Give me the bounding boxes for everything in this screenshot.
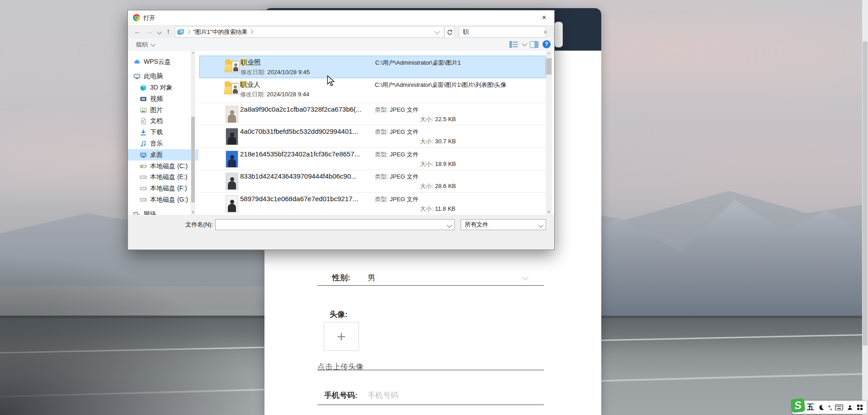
command-bar: 组织 ? <box>128 38 554 52</box>
sidebar-item-label: 桌面 <box>150 151 163 159</box>
forward-button[interactable]: → <box>144 27 154 37</box>
back-button[interactable]: ← <box>132 27 142 37</box>
file-row-jpeg[interactable]: 58979d43c1e068da67e7ed01bc9217... 类型: JP… <box>199 192 546 215</box>
file-name: 218e164535bf223402a1fcf36c7e8657... <box>240 150 360 158</box>
pictures-icon <box>140 107 147 114</box>
sidebar-item-disk-c[interactable]: 本地磁盘 (C:) <box>128 160 198 172</box>
phone-underline <box>317 405 544 405</box>
file-row-jpeg[interactable]: 2a8a9f90c0a2c1cfba07328f2ca673b6(... 类型:… <box>199 103 546 125</box>
ime-toolbar[interactable]: S 五 °, <box>792 401 867 414</box>
refresh-button[interactable] <box>444 26 454 38</box>
file-row-jpeg[interactable]: 833b1d4242436439709444f4b06c90... 类型: JP… <box>199 170 546 193</box>
breadcrumb-arrow-icon[interactable] <box>249 30 254 34</box>
punctuation-icon[interactable]: °, <box>828 404 831 411</box>
type-value: JPEG 文件 <box>390 151 419 158</box>
sidebar-item-label: 本地磁盘 (G:) <box>150 196 188 204</box>
browser-scrollbar-thumb[interactable] <box>863 42 868 345</box>
file-list-scrollbar-thumb[interactable] <box>546 58 552 75</box>
dialog-title: 打开 <box>143 14 155 22</box>
3d-objects-icon <box>140 84 147 91</box>
up-button[interactable]: ↑ <box>163 27 173 37</box>
sidebar-item-disk-g[interactable]: 本地磁盘 (G:) <box>128 194 198 206</box>
file-row-jpeg[interactable]: 4a0c70b31fbefd5bc532dd902994401... 类型: J… <box>199 125 546 148</box>
sidebar-scrollbar-thumb[interactable] <box>191 117 195 203</box>
size-value: 18.9 KB <box>435 160 456 167</box>
search-box[interactable]: × <box>459 26 546 38</box>
dialog-titlebar[interactable]: 打开 × <box>128 10 554 25</box>
size-label: 大小: <box>420 183 434 189</box>
search-clear-icon[interactable]: × <box>543 28 547 36</box>
gender-value[interactable]: 男 <box>368 273 375 283</box>
size-label: 大小: <box>420 205 434 212</box>
help-button[interactable]: ? <box>542 40 551 48</box>
open-file-dialog: 打开 × ← → ↑ "图片1"中的搜索结果 × <box>127 10 555 250</box>
close-button[interactable]: × <box>534 11 554 24</box>
browser-scrollbar[interactable] <box>862 0 868 415</box>
sidebar-item-network[interactable]: 网络 <box>128 208 198 215</box>
sidebar-item-disk-e[interactable]: 本地磁盘 (E:) <box>128 172 198 183</box>
address-dropdown-icon[interactable] <box>434 28 440 34</box>
sidebar-item-3d-objects[interactable]: 3D 对象 <box>128 82 198 94</box>
gender-dropdown-icon[interactable] <box>522 274 528 280</box>
toolbox-icon[interactable] <box>857 404 863 410</box>
filetype-select[interactable]: 所有文件 <box>461 219 546 230</box>
type-label: 类型: <box>375 128 388 135</box>
filename-input[interactable] <box>216 220 441 231</box>
file-row-jpeg[interactable]: 218e164535bf223402a1fcf36c7e8657... 类型: … <box>199 147 546 170</box>
file-thumbnail <box>226 106 238 123</box>
type-value: JPEG 文件 <box>390 173 419 180</box>
preview-pane-icon[interactable] <box>530 41 538 48</box>
filetype-dropdown-icon <box>538 222 543 227</box>
file-thumbnail <box>226 128 238 145</box>
file-path: C:\用户\Administrator\桌面\图片1\图片\列表图\头像 <box>375 81 506 89</box>
avatar-upload-hint[interactable]: 点击上传头像 <box>317 362 363 372</box>
address-bar[interactable]: "图片1"中的搜索结果 <box>175 26 444 38</box>
sidebar-item-wps-cloud[interactable]: WPS云盘 <box>128 57 198 68</box>
ime-wubi-mode[interactable]: 五 <box>807 403 814 412</box>
history-dropdown-icon[interactable] <box>157 29 162 34</box>
size-value: 11.8 KB <box>435 205 455 212</box>
scroll-up-icon[interactable]: ^ <box>191 51 195 57</box>
file-row-zhiyeren[interactable]: 职业人 C:\用户\Administrator\桌面\图片1\图片\列表图\头像… <box>199 78 546 102</box>
filename-dropdown-icon[interactable] <box>447 222 452 227</box>
sidebar-item-this-pc[interactable]: 此电脑 <box>128 71 198 82</box>
sidebar-item-videos[interactable]: 视频 <box>128 93 198 104</box>
file-row-zhiyezhao[interactable]: 职业照 C:\用户\Administrator\桌面\图片1 修改日期: 202… <box>199 56 546 78</box>
sidebar-item-pictures[interactable]: 图片 <box>128 104 198 116</box>
dialog-main: WPS云盘 此电脑 3D 对象 视频 图片 文档 <box>128 51 554 215</box>
sidebar-item-music[interactable]: 音乐 <box>128 138 198 150</box>
scroll-up-icon[interactable]: ^ <box>546 52 552 57</box>
file-name: 2a8a9f90c0a2c1cfba07328f2ca673b6(... <box>240 105 362 113</box>
scroll-down-icon[interactable]: v <box>546 209 552 214</box>
breadcrumb[interactable]: "图片1"中的搜索结果 <box>193 28 247 36</box>
moon-icon[interactable] <box>818 404 825 411</box>
view-dropdown-icon[interactable] <box>522 41 527 46</box>
sidebar-item-downloads[interactable]: 下载 <box>128 127 198 138</box>
avatar-upload-box[interactable]: + <box>324 322 359 351</box>
sogou-logo-icon[interactable]: S <box>791 398 806 413</box>
cloud-icon <box>133 58 141 66</box>
videos-icon <box>140 95 147 103</box>
sidebar-item-desktop[interactable]: 桌面 <box>128 149 198 160</box>
view-list-icon[interactable] <box>509 41 518 48</box>
keyboard-icon[interactable] <box>835 404 843 410</box>
sidebar-item-label: 本地磁盘 (C:) <box>150 162 188 170</box>
gender-label: 性别: <box>332 273 350 283</box>
phone-field[interactable]: 手机号码 <box>368 390 398 401</box>
scroll-down-icon[interactable]: v <box>191 209 195 215</box>
filename-label: 文件名(N): <box>146 219 213 230</box>
file-name: 业人 <box>247 80 260 88</box>
organize-button[interactable]: 组织 <box>136 41 154 49</box>
search-input[interactable] <box>462 28 543 36</box>
dialog-nav-row: ← → ↑ "图片1"中的搜索结果 × <box>128 25 554 38</box>
sidebar-item-disk-f[interactable]: 本地磁盘 (F:) <box>128 183 198 194</box>
person-icon[interactable] <box>847 404 853 411</box>
sidebar-item-label: 此电脑 <box>144 72 163 80</box>
file-list-scrollbar[interactable]: ^ v <box>546 51 552 215</box>
size-value: 30.7 KB <box>435 138 456 145</box>
dialog-footer: 文件名(N): 所有文件 打开(O) 取消 <box>128 215 554 250</box>
sidebar-item-documents[interactable]: 文档 <box>128 116 198 127</box>
sidebar-scrollbar[interactable]: ^ v <box>191 51 195 215</box>
sidebar-item-label: 音乐 <box>150 140 163 148</box>
filename-combobox[interactable] <box>215 219 455 230</box>
